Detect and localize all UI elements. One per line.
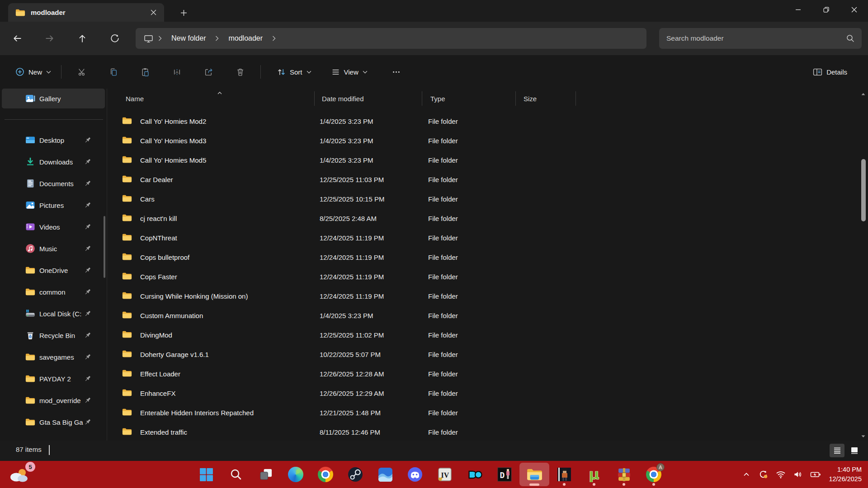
table-row[interactable]: EnhanceFX12/26/2025 12:29 AMFile folder	[107, 384, 858, 403]
table-row[interactable]: Cops Faster12/24/2025 11:19 PMFile folde…	[107, 267, 858, 286]
table-row[interactable]: Effect Loader12/26/2025 12:28 AMFile fol…	[107, 364, 858, 384]
sidebar-item-savegames[interactable]: savegames	[0, 346, 107, 368]
sidebar-item-documents[interactable]: Documents	[0, 173, 107, 194]
taskbar-utorrent-icon[interactable]: µ	[579, 463, 609, 486]
table-row[interactable]: Call Yo' Homies Mod51/4/2025 3:23 PMFile…	[107, 150, 858, 170]
table-row[interactable]: Cops bulletproof12/24/2025 11:19 PMFile …	[107, 248, 858, 267]
vertical-scrollbar[interactable]	[860, 89, 867, 441]
sidebar-item-local-disk-c-[interactable]: Local Disk (C:	[0, 303, 107, 324]
sidebar-scrollbar-thumb[interactable]	[104, 216, 105, 278]
sidebar-item-recycle-bin[interactable]: Recycle Bin	[0, 324, 107, 346]
sidebar-item-payday-2[interactable]: PAYDAY 2	[0, 368, 107, 389]
scroll-down-icon[interactable]	[861, 432, 866, 440]
taskbar-movies-app-icon[interactable]	[370, 463, 400, 486]
table-row[interactable]: Cars12/25/2025 10:15 PMFile folder	[107, 189, 858, 209]
table-row[interactable]: Call Yo' Homies Mod31/4/2025 3:23 PMFile…	[107, 131, 858, 150]
tray-chevron-up-icon[interactable]	[742, 471, 750, 478]
sidebar-item-desktop[interactable]: Desktop	[0, 129, 107, 151]
share-button[interactable]	[198, 62, 219, 82]
column-header-type[interactable]: Type	[428, 89, 521, 108]
file-date-modified: 12/25/2025 11:03 PM	[320, 176, 428, 183]
table-row[interactable]: CopNThreat12/24/2025 11:19 PMFile folder	[107, 228, 858, 248]
column-separator[interactable]	[515, 91, 516, 106]
table-row[interactable]: Call Yo' Homies Mod21/4/2025 3:23 PMFile…	[107, 112, 858, 131]
paste-button[interactable]	[134, 62, 156, 82]
tab-close-button[interactable]	[147, 6, 160, 19]
sidebar-item-onedrive[interactable]: OneDrive	[0, 259, 107, 281]
search-icon[interactable]	[846, 34, 854, 42]
taskbar-pixel-d-icon[interactable]: D	[490, 463, 519, 486]
copy-button[interactable]	[103, 62, 124, 82]
taskbar-pixel-character-icon[interactable]	[549, 463, 579, 486]
this-pc-icon[interactable]	[144, 34, 153, 43]
taskbar-discord-icon[interactable]	[400, 463, 430, 486]
close-window-button[interactable]	[840, 0, 868, 19]
sidebar-item-common[interactable]: common	[0, 281, 107, 303]
folder-icon	[122, 155, 134, 165]
scrollbar-thumb[interactable]	[861, 159, 866, 221]
sidebar-item-gallery[interactable]: Gallery	[2, 89, 105, 108]
delete-button[interactable]	[229, 62, 251, 82]
breadcrumb-segment-new-folder[interactable]: New folder	[167, 33, 210, 44]
update-sync-icon[interactable]	[758, 469, 768, 479]
table-row[interactable]: cj react'n kill8/25/2025 2:48 AMFile fol…	[107, 209, 858, 228]
chevron-right-icon[interactable]	[270, 36, 278, 41]
back-button[interactable]	[8, 29, 26, 47]
sidebar-item-videos[interactable]: Videos	[0, 216, 107, 238]
sidebar-item-downloads[interactable]: Downloads	[0, 151, 107, 173]
wifi-icon[interactable]	[776, 470, 786, 479]
table-row[interactable]: Doherty Garage v1.6.110/22/2025 5:07 PMF…	[107, 345, 858, 364]
table-row[interactable]: Extended traffic8/11/2025 12:46 PMFile f…	[107, 422, 858, 442]
column-separator[interactable]	[422, 91, 422, 106]
column-separator[interactable]	[576, 91, 576, 106]
restore-button[interactable]	[812, 0, 840, 19]
explorer-tab[interactable]: modloader	[8, 3, 164, 22]
sidebar-item-music[interactable]: Music	[0, 238, 107, 259]
details-view-toggle[interactable]	[830, 444, 844, 457]
new-tab-button[interactable]	[177, 6, 190, 19]
rename-button[interactable]: A	[166, 62, 188, 82]
taskbar-steam-icon[interactable]	[340, 463, 370, 486]
taskbar-task-view-icon[interactable]	[251, 463, 281, 486]
table-row[interactable]: DivingMod12/25/2025 11:02 PMFile folder	[107, 325, 858, 345]
column-header-date-modified[interactable]: Date modified	[320, 89, 428, 108]
details-pane-button[interactable]: Details	[807, 64, 853, 80]
view-button[interactable]: View	[326, 64, 373, 80]
new-button[interactable]: New	[10, 63, 57, 80]
taskbar-gta-iv-icon[interactable]: IV	[430, 463, 460, 486]
table-row[interactable]: Enterable Hidden Interiors Repatched12/2…	[107, 403, 858, 422]
table-row[interactable]: Car Dealer12/25/2025 11:03 PMFile folder	[107, 170, 858, 189]
sidebar-item-pictures[interactable]: Pictures	[0, 194, 107, 216]
battery-icon[interactable]	[810, 470, 821, 479]
scroll-up-icon[interactable]	[861, 89, 866, 98]
weather-widget[interactable]: 5	[7, 462, 36, 487]
taskbar-chrome-icon[interactable]	[311, 463, 340, 486]
taskbar-chrome-profile-icon[interactable]: A	[639, 463, 669, 486]
table-row[interactable]: Cursing While Honking (Mission on)12/24/…	[107, 286, 858, 306]
column-header-size[interactable]: Size	[521, 89, 579, 108]
refresh-button[interactable]	[106, 29, 124, 47]
volume-icon[interactable]	[793, 470, 802, 479]
taskbar-edge-icon[interactable]	[281, 463, 311, 486]
sidebar-item-gta-sa-big-ga[interactable]: Gta Sa Big Ga	[0, 411, 107, 433]
search-input[interactable]	[659, 34, 846, 42]
forward-button[interactable]	[41, 29, 59, 47]
chevron-right-icon[interactable]	[213, 36, 221, 41]
taskbar-winrar-icon[interactable]	[609, 463, 639, 486]
up-button[interactable]	[73, 29, 91, 47]
column-header-name[interactable]: Name	[107, 89, 320, 108]
table-row[interactable]: Custom Ammunation1/4/2025 3:23 PMFile fo…	[107, 306, 858, 325]
large-icons-view-toggle[interactable]	[847, 444, 862, 457]
more-options-button[interactable]	[386, 62, 407, 82]
taskbar-moddb-icon[interactable]	[460, 463, 490, 486]
taskbar-file-explorer-icon[interactable]	[519, 463, 549, 486]
sort-button[interactable]: Sort	[272, 64, 317, 80]
sidebar-item-mod-override[interactable]: mod_override	[0, 389, 107, 411]
taskbar-start-icon[interactable]	[191, 463, 221, 486]
breadcrumb-segment-modloader[interactable]: modloader	[224, 33, 267, 44]
taskbar-search-icon[interactable]	[221, 463, 251, 486]
column-separator[interactable]	[314, 91, 315, 106]
clock[interactable]: 1:40 PM 12/26/2025	[829, 465, 862, 484]
cut-button[interactable]	[71, 62, 93, 82]
minimize-button[interactable]	[784, 0, 812, 19]
